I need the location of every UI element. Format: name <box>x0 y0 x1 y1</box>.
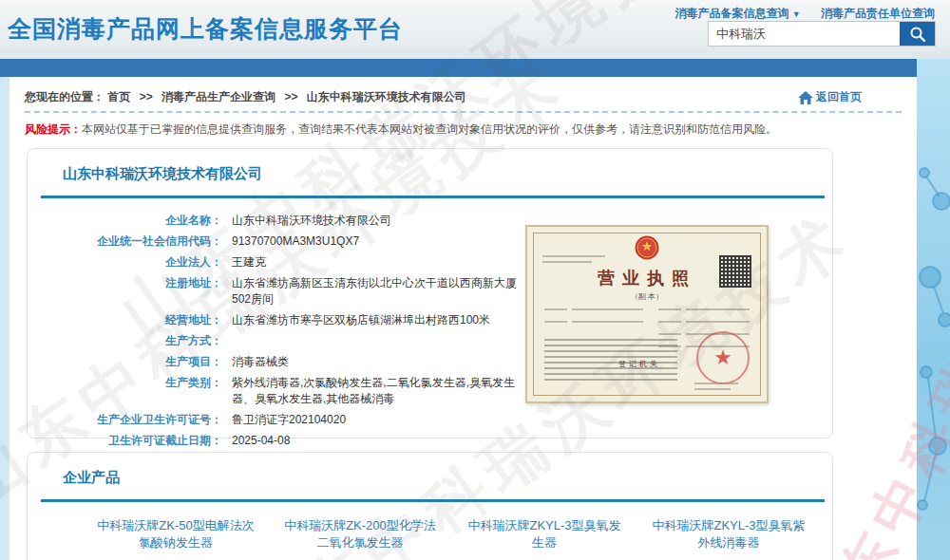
field-row: 卫生许可证截止日期：2025-04-08 <box>28 433 832 449</box>
field-label: 企业统一社会信用代码： <box>28 233 222 250</box>
risk-notice: 风险提示：本网站仅基于已掌握的信息提供查询服务，查询结果不代表本网站对被查询对象… <box>10 113 917 139</box>
product-link[interactable]: 中科瑞沃牌ZK-50型电解法次氯酸钠发生器 <box>96 517 256 551</box>
license-left-fields <box>544 308 643 333</box>
page-header: 全国消毒产品网上备案信息服务平台 消毒产品备案信息查询 ▼ 消毒产品责任单位查询 <box>0 0 950 59</box>
nav-link-label: 消毒产品备案信息查询 <box>674 7 788 20</box>
business-license-image: 营业执照 （副 本） ★ 登记机关 <box>525 225 769 403</box>
site-title: 全国消毒产品网上备案信息服务平台 <box>8 13 403 45</box>
seal-star: ★ <box>713 345 732 370</box>
products-card: 企业产品 中科瑞沃牌ZK-50型电解法次氯酸钠发生器 中科瑞沃牌ZK-200型化… <box>27 452 833 560</box>
red-seal-icon: ★ <box>696 331 750 384</box>
breadcrumb-home-link[interactable]: 首页 <box>107 90 130 103</box>
field-value: 消毒器械类 <box>232 354 289 370</box>
breadcrumb-separator: >> <box>284 90 297 103</box>
field-label: 生产方式： <box>28 333 222 349</box>
breadcrumb-row: 您现在的位置： 首页 >> 消毒产品生产企业查询 >> 山东中科瑞沃环境技术有限… <box>10 77 917 109</box>
right-decoration-strip <box>917 59 950 560</box>
product-link[interactable]: 中科瑞沃牌ZKYL-3型臭氧紫外线消毒器 <box>649 517 808 551</box>
product-link[interactable]: 中科瑞沃牌ZK-200型化学法二氧化氯发生器 <box>280 517 440 551</box>
field-value: 鲁卫消证字202104020 <box>232 412 346 428</box>
back-home-label: 返回首页 <box>816 89 862 105</box>
company-info-card: 山东中科瑞沃环境技术有限公司 企业名称：山东中科瑞沃环境技术有限公司 企业统一社… <box>27 148 833 439</box>
search-button[interactable] <box>900 22 935 46</box>
license-issuer-label: 登记机关 <box>618 359 660 369</box>
field-value: 紫外线消毒器,次氯酸钠发生器,二氧化氯发生器,臭氧发生器、臭氧水发生器,其他器械… <box>232 375 528 407</box>
search-bar <box>708 21 936 47</box>
field-label: 生产类别： <box>28 375 222 407</box>
main-navbar <box>0 59 950 77</box>
risk-notice-label: 风险提示： <box>25 122 82 136</box>
molecule-decoration <box>917 59 950 560</box>
main-content-panel: 您现在的位置： 首页 >> 消毒产品生产企业查询 >> 山东中科瑞沃环境技术有限… <box>10 77 917 560</box>
field-value: 王建克 <box>232 254 266 271</box>
field-value: 山东省潍坊高新区玉清东街以北中心次干道以西商新大厦502房间 <box>232 275 528 308</box>
breadcrumb-prefix: 您现在的位置： <box>25 90 104 103</box>
chevron-down-icon: ▼ <box>792 9 801 19</box>
qr-code <box>719 255 751 288</box>
field-row: 生产企业卫生许可证号：鲁卫消证字202104020 <box>28 412 832 428</box>
company-name-heading: 山东中科瑞沃环境技术有限公司 <box>63 165 832 183</box>
risk-notice-text: 本网站仅基于已掌握的信息提供查询服务，查询结果不代表本网站对被查询对象信用状况的… <box>82 122 777 136</box>
heading-rule <box>41 196 825 198</box>
breadcrumb-separator: >> <box>140 90 153 103</box>
field-label: 生产项目： <box>28 354 222 370</box>
license-date-lines <box>694 383 742 394</box>
field-label: 企业法人： <box>28 254 222 271</box>
field-label: 卫生许可证截止日期： <box>28 433 222 449</box>
breadcrumb-query-link[interactable]: 消毒产品生产企业查询 <box>162 90 276 103</box>
field-value: 91370700MA3M3U1QX7 <box>232 233 359 250</box>
field-label: 企业名称： <box>28 213 222 229</box>
back-home-link[interactable]: 返回首页 <box>798 89 862 105</box>
field-label: 注册地址： <box>28 275 222 308</box>
license-code-lines <box>542 255 609 267</box>
products-heading: 企业产品 <box>63 469 832 487</box>
field-value: 山东省潍坊市寒亭区双杨店镇湖淋埠出村路西100米 <box>232 312 490 328</box>
product-list: 中科瑞沃牌ZK-50型电解法次氯酸钠发生器 中科瑞沃牌ZK-200型化学法二氧化… <box>96 517 832 551</box>
field-label: 经营地址： <box>28 312 222 328</box>
breadcrumb: 您现在的位置： 首页 >> 消毒产品生产企业查询 >> 山东中科瑞沃环境技术有限… <box>25 89 466 105</box>
national-emblem-icon <box>635 234 659 261</box>
search-icon <box>909 26 926 43</box>
home-icon <box>798 91 813 104</box>
product-link[interactable]: 中科瑞沃牌ZKYL-3型臭氧发生器 <box>465 517 624 551</box>
field-label: 生产企业卫生许可证号： <box>28 412 222 428</box>
field-value: 山东中科瑞沃环境技术有限公司 <box>232 213 391 229</box>
nav-link-responsible-unit-query[interactable]: 消毒产品责任单位查询 <box>821 7 935 20</box>
top-nav: 消毒产品备案信息查询 ▼ 消毒产品责任单位查询 <box>657 6 935 22</box>
license-subtitle: （副 本） <box>527 291 767 302</box>
heading-rule <box>41 499 825 502</box>
field-value: 2025-04-08 <box>232 433 290 449</box>
breadcrumb-current: 山东中科瑞沃环境技术有限公司 <box>307 90 466 103</box>
search-input[interactable] <box>709 22 900 46</box>
nav-link-record-info-query[interactable]: 消毒产品备案信息查询 ▼ <box>674 7 800 20</box>
